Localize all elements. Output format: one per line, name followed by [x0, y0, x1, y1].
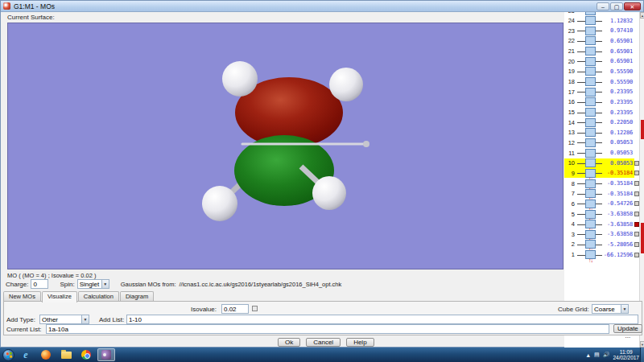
- taskbar-item-internet-explorer[interactable]: e: [17, 348, 35, 361]
- mo-list-scrollbar[interactable]: ▲ ▼: [639, 12, 644, 348]
- hydrogen-atom-4[interactable]: [312, 176, 346, 210]
- mo-row-17[interactable]: 170.23395: [564, 87, 639, 97]
- internet-explorer-icon: e: [23, 349, 27, 361]
- mo-level-box[interactable]: [585, 128, 596, 137]
- mo-row-10[interactable]: 100.05053: [564, 158, 639, 168]
- hidden-icons-chevron[interactable]: ▲: [585, 352, 591, 358]
- add-list-input[interactable]: [126, 315, 638, 324]
- mo-level-box[interactable]: [585, 77, 596, 86]
- mo-row-18[interactable]: 180.55590: [564, 77, 639, 87]
- mo-level-box[interactable]: ↑↓: [585, 250, 596, 259]
- mo-level-box[interactable]: [585, 118, 596, 127]
- mo-level-box[interactable]: ↑↓: [585, 210, 596, 219]
- mo-level-box[interactable]: [585, 108, 596, 117]
- mo-energy-value: 0.23395: [600, 99, 633, 105]
- start-button[interactable]: [2, 349, 14, 361]
- mo-level-box[interactable]: [585, 149, 596, 158]
- mo-row-23[interactable]: 230.97410: [564, 26, 639, 35]
- mo-level-box[interactable]: [585, 138, 596, 147]
- mo-level-box[interactable]: [585, 67, 596, 76]
- cube-grid-select[interactable]: Coarse ▼: [592, 304, 629, 314]
- electron-pair-arrows: ↑↓: [588, 257, 592, 263]
- mo-row-20[interactable]: 200.65901: [564, 56, 639, 66]
- hydrogen-atom-1[interactable]: [222, 61, 258, 97]
- mo-row-4[interactable]: 4↑↓-3.63858: [564, 220, 639, 229]
- mo-3d-viewport[interactable]: [7, 23, 564, 269]
- mo-level-box[interactable]: ↑↓: [585, 189, 596, 198]
- taskbar-item-gaussview[interactable]: [97, 348, 115, 361]
- mo-row-11[interactable]: 110.05053: [564, 148, 639, 158]
- mo-row-25[interactable]: 251.12832: [564, 12, 639, 15]
- charge-input[interactable]: [31, 279, 48, 289]
- mo-row-13[interactable]: 130.12286: [564, 128, 639, 138]
- network-icon[interactable]: ▤: [594, 352, 600, 358]
- mo-level-box[interactable]: [585, 97, 596, 106]
- volume-icon[interactable]: 🔊: [603, 352, 610, 358]
- taskbar-item-folder[interactable]: [57, 348, 75, 361]
- isovalue-input[interactable]: [221, 304, 249, 314]
- mo-level-box[interactable]: [585, 47, 596, 56]
- help-button[interactable]: Help: [346, 338, 374, 347]
- update-button[interactable]: Update ...: [613, 324, 642, 333]
- mo-row-12[interactable]: 120.05053: [564, 138, 639, 147]
- hydrogen-atom-2[interactable]: [329, 68, 363, 101]
- spin-select[interactable]: Singlet ▼: [77, 279, 109, 289]
- mo-number: 20: [564, 58, 575, 65]
- mo-row-14[interactable]: 140.22050: [564, 117, 639, 127]
- mo-number: 14: [564, 119, 575, 126]
- mo-level-box[interactable]: [585, 16, 596, 25]
- chevron-down-icon[interactable]: ▼: [81, 315, 89, 323]
- maximize-button[interactable]: ▢: [610, 2, 623, 10]
- mo-level-box[interactable]: [585, 57, 596, 66]
- mo-row-8[interactable]: 8↑↓-0.35184: [564, 179, 639, 188]
- mo-row-24[interactable]: 241.12832: [564, 16, 639, 26]
- mo-level-box[interactable]: [585, 158, 596, 167]
- mo-level-box[interactable]: ↑↓: [585, 220, 596, 228]
- mos-window: G1:M1 - MOs – ▢ ✕ Current Surface:: [0, 0, 644, 348]
- close-button[interactable]: ✕: [624, 2, 641, 10]
- mo-row-5[interactable]: 5↑↓-3.63858: [564, 209, 639, 219]
- scroll-up-icon[interactable]: ▲: [640, 12, 644, 19]
- mo-row-19[interactable]: 190.55590: [564, 67, 639, 76]
- windows-logo-icon: [6, 352, 12, 359]
- ok-button[interactable]: Ok: [278, 338, 300, 347]
- mo-row-21[interactable]: 210.65901: [564, 47, 639, 56]
- mo-level-box[interactable]: [585, 36, 596, 45]
- isovalue-option-box[interactable]: [252, 306, 258, 311]
- mo-energy-value: -0.35184: [600, 180, 633, 187]
- scroll-down-icon[interactable]: ▼: [640, 341, 644, 348]
- chevron-down-icon[interactable]: ▼: [621, 305, 628, 313]
- mo-row-6[interactable]: 6↑↓-0.54726: [564, 199, 639, 208]
- mo-row-1[interactable]: 1↑↓-66.12596: [564, 250, 639, 260]
- mo-row-7[interactable]: 7↑↓-0.35184: [564, 189, 639, 199]
- current-list-input[interactable]: [46, 324, 609, 334]
- cancel-button[interactable]: Cancel: [306, 338, 341, 347]
- taskbar-item-firefox[interactable]: [37, 348, 55, 361]
- mo-row-22[interactable]: 220.65901: [564, 36, 639, 46]
- mo-level-box[interactable]: [585, 27, 596, 35]
- mo-number: 22: [564, 37, 575, 44]
- mo-level-box[interactable]: [585, 88, 596, 97]
- mo-number: 9: [564, 170, 575, 177]
- add-type-select[interactable]: Other ▼: [39, 315, 89, 324]
- mo-row-2[interactable]: 2↑↓-5.28056: [564, 240, 639, 249]
- mo-energy-value: 0.23395: [600, 88, 633, 95]
- mo-row-9[interactable]: 9↑↓-0.35184: [564, 168, 639, 178]
- mo-level-box[interactable]: ↑↓: [585, 230, 596, 239]
- taskbar-item-chrome[interactable]: [77, 348, 95, 361]
- mo-row-16[interactable]: 160.23395: [564, 97, 639, 107]
- taskbar-clock[interactable]: 11:09 24/02/2017: [613, 349, 639, 360]
- hydrogen-atom-3[interactable]: [202, 186, 237, 221]
- minimize-button[interactable]: –: [597, 2, 609, 10]
- mo-level-box[interactable]: ↑↓: [585, 179, 596, 188]
- titlebar[interactable]: G1:M1 - MOs – ▢ ✕: [1, 1, 643, 12]
- mo-level-box[interactable]: [585, 12, 596, 15]
- tab-visualize[interactable]: Visualize: [42, 291, 77, 302]
- mo-level-box[interactable]: ↑↓: [585, 240, 596, 249]
- mo-level-box[interactable]: ↑↓: [585, 200, 596, 208]
- mo-row-15[interactable]: 150.23395: [564, 108, 639, 117]
- mo-level-box[interactable]: ↑↓: [585, 169, 596, 178]
- show-desktop-button[interactable]: [640, 348, 644, 362]
- chevron-down-icon[interactable]: ▼: [101, 280, 109, 288]
- mo-row-3[interactable]: 3↑↓-3.63858: [564, 229, 639, 239]
